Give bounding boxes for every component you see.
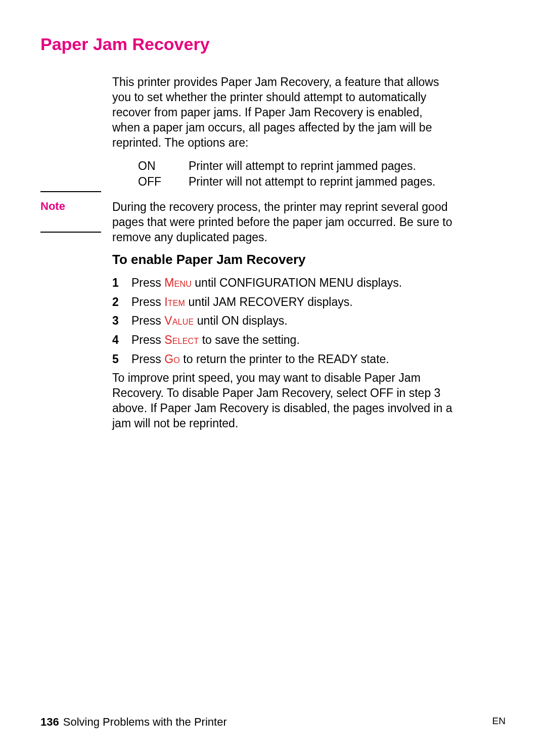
note-rule-bottom <box>40 232 101 233</box>
step-content: Press Select to save the setting. <box>131 331 451 349</box>
option-off-label: OFF <box>138 174 189 190</box>
note-rule-top <box>40 191 101 192</box>
key-item: Item <box>164 295 185 308</box>
step-content: Press Menu until CONFIGURATION MENU disp… <box>131 274 451 292</box>
step-3: 3 Press Value until ON displays. <box>112 312 451 330</box>
option-row-off: OFF Printer will not attempt to reprint … <box>138 174 435 190</box>
closing-paragraph: To improve print speed, you may want to … <box>112 371 466 431</box>
option-off-desc: Printer will not attempt to reprint jamm… <box>189 174 435 190</box>
step-num: 1 <box>112 274 131 292</box>
options-table: ON Printer will attempt to reprint jamme… <box>138 158 435 190</box>
step-content: Press Item until JAM RECOVERY displays. <box>131 293 451 312</box>
footer-lang: EN <box>492 716 506 729</box>
note-label: Note <box>40 200 65 213</box>
step-num: 4 <box>112 331 131 349</box>
steps-list: 1 Press Menu until CONFIGURATION MENU di… <box>112 274 451 369</box>
key-value: Value <box>164 314 194 327</box>
footer-left: 136 Solving Problems with the Printer <box>40 716 227 729</box>
step-content: Press Go to return the printer to the RE… <box>131 350 451 369</box>
section-heading: To enable Paper Jam Recovery <box>112 252 305 268</box>
step-content: Press Value until ON displays. <box>131 312 451 330</box>
key-select: Select <box>164 333 199 346</box>
option-on-label: ON <box>138 158 189 174</box>
option-row-on: ON Printer will attempt to reprint jamme… <box>138 158 435 174</box>
key-menu: Menu <box>164 276 192 289</box>
footer-section: Solving Problems with the Printer <box>63 716 227 729</box>
page-footer: 136 Solving Problems with the Printer EN <box>40 716 506 729</box>
step-4: 4 Press Select to save the setting. <box>112 331 451 349</box>
key-go: Go <box>164 352 180 366</box>
page-title: Paper Jam Recovery <box>40 34 210 54</box>
step-5: 5 Press Go to return the printer to the … <box>112 350 451 369</box>
note-text: During the recovery process, the printer… <box>112 200 456 245</box>
step-num: 2 <box>112 293 131 312</box>
step-1: 1 Press Menu until CONFIGURATION MENU di… <box>112 274 451 292</box>
page-number: 136 <box>40 716 59 729</box>
intro-paragraph: This printer provides Paper Jam Recovery… <box>112 75 451 150</box>
step-num: 3 <box>112 312 131 330</box>
step-2: 2 Press Item until JAM RECOVERY displays… <box>112 293 451 312</box>
option-on-desc: Printer will attempt to reprint jammed p… <box>189 158 416 174</box>
step-num: 5 <box>112 350 131 369</box>
